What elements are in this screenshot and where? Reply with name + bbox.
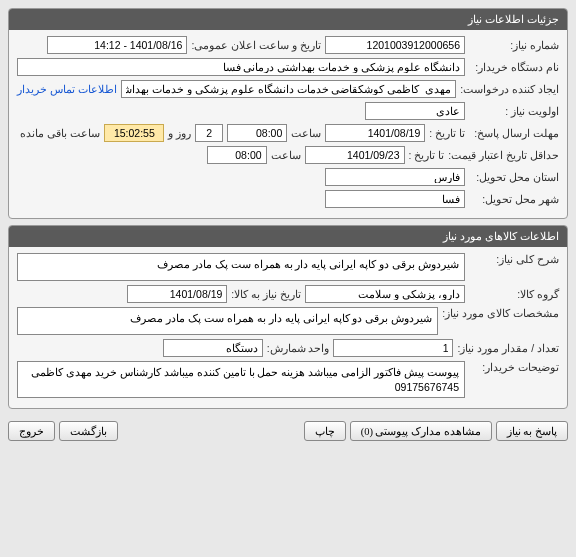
need-details-panel: جزئیات اطلاعات نیاز شماره نیاز: تاریخ و …: [8, 8, 568, 219]
city-field[interactable]: [325, 190, 465, 208]
group-field[interactable]: [305, 285, 465, 303]
need-date-label: تاریخ نیاز به کالا:: [231, 288, 301, 300]
respond-deadline-label: مهلت ارسال پاسخ:: [469, 127, 559, 139]
qty-label: تعداد / مقدار مورد نیاز:: [457, 342, 559, 354]
days-remaining-field[interactable]: [195, 124, 223, 142]
remain-suffix: ساعت باقی مانده: [20, 127, 100, 139]
announce-label: تاریخ و ساعت اعلان عمومی:: [191, 39, 321, 51]
action-bar: پاسخ به نیاز مشاهده مدارک پیوستی (0) چاپ…: [8, 415, 568, 443]
panel2-header: اطلاعات کالاهای مورد نیاز: [9, 226, 567, 247]
city-label: شهر محل تحویل:: [469, 193, 559, 205]
exit-button[interactable]: خروج: [8, 421, 55, 441]
goods-info-panel: اطلاعات کالاهای مورد نیاز شرح کلی نیاز: …: [8, 225, 568, 409]
panel1-body: شماره نیاز: تاریخ و ساعت اعلان عمومی: نا…: [9, 30, 567, 218]
spec-label: مشخصات کالای مورد نیاز:: [442, 307, 559, 319]
priority-label: اولویت نیاز :: [469, 105, 559, 117]
time-label-2: ساعت: [271, 149, 301, 161]
group-label: گروه کالا:: [469, 288, 559, 300]
notes-label: توضیحات خریدار:: [469, 361, 559, 373]
panel1-header: جزئیات اطلاعات نیاز: [9, 9, 567, 30]
respond-button[interactable]: پاسخ به نیاز: [496, 421, 568, 441]
attachments-button[interactable]: مشاهده مدارک پیوستی (0): [350, 421, 492, 441]
valid-time-field[interactable]: [207, 146, 267, 164]
buyer-label: نام دستگاه خریدار:: [469, 61, 559, 73]
creator-label: ایجاد کننده درخواست:: [460, 83, 559, 95]
priority-field[interactable]: [365, 102, 465, 120]
province-label: استان محل تحویل:: [469, 171, 559, 183]
desc-field[interactable]: شیردوش برقی دو کاپه ایرانی پایه دار به ه…: [17, 253, 465, 281]
respond-date-field[interactable]: [325, 124, 425, 142]
announce-field[interactable]: [47, 36, 187, 54]
back-button[interactable]: بازگشت: [59, 421, 118, 441]
time-label-1: ساعت: [291, 127, 321, 139]
valid-label: حداقل تاریخ اعتبار قیمت:: [448, 149, 559, 161]
need-no-label: شماره نیاز:: [469, 39, 559, 51]
buyer-field[interactable]: [17, 58, 465, 76]
qty-field[interactable]: [333, 339, 453, 357]
countdown-timer: 15:02:55: [104, 124, 164, 142]
panel2-body: شرح کلی نیاز: شیردوش برقی دو کاپه ایرانی…: [9, 247, 567, 408]
unit-field[interactable]: [163, 339, 263, 357]
unit-label: واحد شمارش:: [267, 342, 330, 354]
to-date-label-1: تا تاریخ :: [429, 127, 465, 139]
province-field[interactable]: [325, 168, 465, 186]
need-date-field[interactable]: [127, 285, 227, 303]
to-date-label-2: تا تاریخ :: [409, 149, 445, 161]
need-no-field[interactable]: [325, 36, 465, 54]
days-suffix: روز و: [168, 127, 191, 139]
notes-field[interactable]: پیوست پیش فاکتور الزامی میباشد هزینه حمل…: [17, 361, 465, 398]
creator-field[interactable]: [121, 80, 456, 98]
desc-label: شرح کلی نیاز:: [469, 253, 559, 265]
valid-date-field[interactable]: [305, 146, 405, 164]
print-button[interactable]: چاپ: [304, 421, 346, 441]
button-spacer: [122, 421, 300, 441]
respond-time-field[interactable]: [227, 124, 287, 142]
buyer-contact-link[interactable]: اطلاعات تماس خریدار: [17, 83, 117, 95]
spec-field[interactable]: شیردوش برقی دو کاپه ایرانی پایه دار به ه…: [17, 307, 438, 335]
